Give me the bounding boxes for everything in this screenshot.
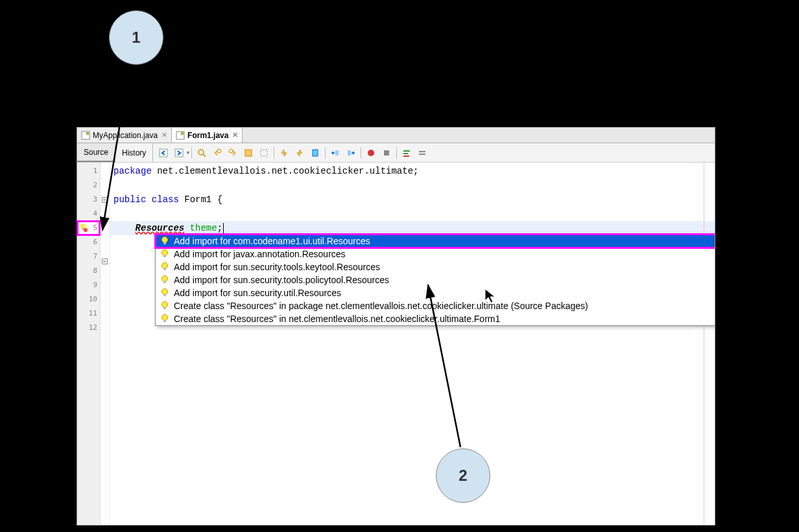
java-file-icon [81,131,90,140]
suggestion-label: Add import for sun.security.tools.keytoo… [174,262,380,272]
line-number: 8 [77,264,100,278]
find-next-icon[interactable] [226,146,240,160]
view-tabs: Source History [77,143,153,162]
suggestion-label: Create class "Resources" in net.clementl… [174,314,500,324]
find-selection-icon[interactable] [195,146,209,160]
svg-point-31 [162,276,168,282]
macro-stop-icon[interactable] [379,146,394,160]
tab-label: Form1.java [187,131,228,140]
svg-point-9 [229,149,233,153]
svg-rect-26 [163,242,166,244]
suggestion-item[interactable]: Create class "Resources" in package net.… [156,299,715,312]
find-prev-icon[interactable] [210,146,224,160]
java-file-icon [176,131,185,140]
svg-rect-5 [175,149,183,157]
toolbar-row: Source History ▾ [77,143,715,163]
suggestion-item[interactable]: Add import for sun.security.tools.policy… [156,273,715,286]
source-tab[interactable]: Source [77,143,115,162]
history-tab[interactable]: History [115,143,153,162]
line-number: 6 [77,235,100,249]
toggle-rect-icon[interactable] [257,146,271,160]
fold-toggle-icon[interactable]: − [102,259,108,264]
tab-form1[interactable]: Form1.java ✕ [172,128,243,143]
comment-icon[interactable] [400,146,414,160]
svg-point-6 [198,150,204,155]
line-number: 7 [77,249,100,264]
shift-left-icon[interactable] [328,146,342,160]
line-number: 11 [77,306,100,321]
suggestions-popup: Add import for com.codename1.ui.util.Res… [155,234,715,326]
svg-rect-4 [160,149,167,157]
code-line [110,178,715,192]
suggestion-label: Create class "Resources" in package net.… [174,301,588,311]
svg-rect-32 [163,281,166,283]
annotation-text: Click on the first line in the list [514,454,708,472]
highlight-icon[interactable] [241,146,256,160]
svg-point-3 [181,132,184,135]
svg-point-37 [162,315,168,321]
svg-point-27 [162,250,168,256]
prev-bookmark-icon[interactable] [277,146,291,160]
macro-record-icon[interactable] [364,146,378,160]
line-number-gutter: 1 2 3 4 5 6 7 8 9 10 11 12 [77,163,101,525]
svg-rect-34 [163,294,166,296]
line-number: 9 [77,278,100,292]
suggestion-item[interactable]: Add import for sun.security.tools.keytoo… [156,260,715,273]
shift-right-icon[interactable] [344,146,358,160]
lightbulb-icon [160,249,170,259]
svg-point-15 [368,150,374,156]
forward-icon[interactable] [172,146,186,160]
lightbulb-icon [160,314,170,324]
suggestion-label: Add import for sun.security.tools.policy… [174,275,389,285]
code-line: public class Form1 { [110,192,715,207]
svg-point-22 [80,224,86,229]
svg-point-29 [162,263,168,269]
lightbulb-error-icon[interactable] [78,223,88,232]
code-line: package net.clementlevallois.net.cookiec… [110,164,715,178]
tab-myapplication[interactable]: MyApplication.java ✕ [77,128,172,143]
lightbulb-icon [160,288,170,298]
tabs-bar: MyApplication.java ✕ Form1.java ✕ [77,128,715,143]
svg-rect-10 [245,150,252,156]
svg-rect-13 [335,150,339,156]
line-number: 12 [77,321,100,335]
tab-label: MyApplication.java [93,131,158,140]
svg-rect-30 [163,268,166,270]
suggestion-item[interactable]: Add import for sun.security.util.Resourc… [156,286,715,299]
lightbulb-icon [160,301,170,311]
code-line [110,207,715,221]
suggestion-item[interactable]: Add import for javax.annotation.Resource… [156,248,715,260]
line-number: 4 [77,207,100,221]
annotation-marker-1: 1 [109,10,163,65]
close-icon[interactable]: ✕ [232,131,238,139]
lightbulb-icon [160,275,170,285]
toolbar-icons: ▾ [153,146,430,160]
svg-rect-11 [261,150,267,156]
suggestion-item[interactable]: Create class "Resources" in net.clementl… [156,312,715,325]
svg-rect-12 [313,150,318,156]
back-icon[interactable] [156,146,171,160]
svg-point-33 [162,289,168,295]
text-caret [223,223,224,233]
suggestion-item-selected[interactable]: Add import for com.codename1.ui.util.Res… [156,235,715,248]
fold-gutter: − − [101,163,110,525]
toggle-bookmark-icon[interactable] [308,146,322,160]
close-icon[interactable]: ✕ [161,131,167,139]
svg-point-25 [162,237,168,243]
line-number: 10 [77,292,100,306]
suggestion-label: Add import for javax.annotation.Resource… [174,249,346,259]
svg-point-35 [162,302,168,308]
code-line-current: Resources theme; [110,221,715,235]
suggestion-label: Add import for com.codename1.ui.util.Res… [174,236,370,246]
annotation-marker-2: 2 [436,448,490,503]
lightbulb-icon [160,262,170,272]
lightbulb-icon [160,236,170,246]
suggestion-label: Add import for sun.security.util.Resourc… [174,288,341,298]
line-number: 1 [77,164,100,178]
uncomment-icon[interactable] [415,146,429,160]
fold-toggle-icon[interactable]: − [102,197,108,203]
svg-rect-28 [163,255,166,257]
error-bulb-gutter[interactable]: 5 [77,221,100,235]
next-bookmark-icon[interactable] [292,146,307,160]
line-number: 3 [77,192,100,207]
